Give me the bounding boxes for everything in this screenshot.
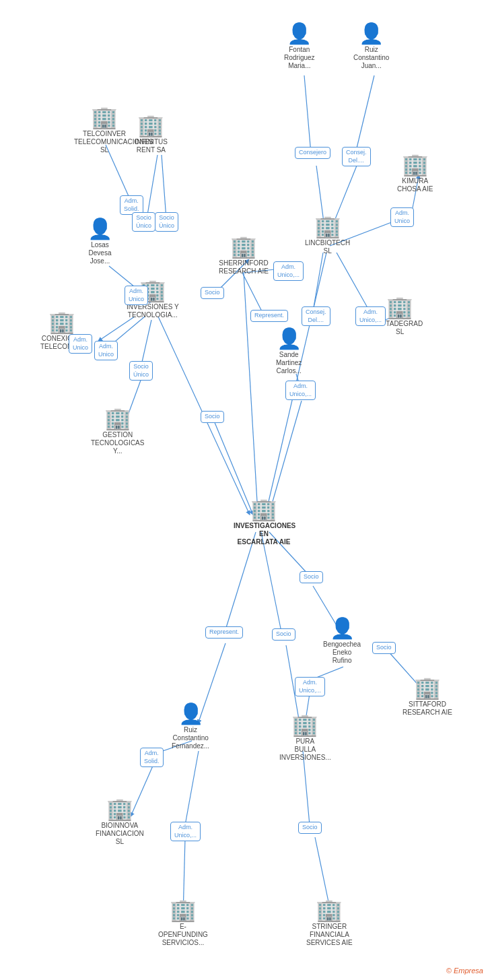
svg-line-1 <box>355 75 374 154</box>
building-icon-conexiona: 🏢 <box>48 311 75 333</box>
label-sherrinford: SHERRINFORD RESEARCH AIE <box>219 259 269 275</box>
badge-adm-unico-kimura[interactable]: Adm.Unico <box>390 207 414 227</box>
badge-represent-sher[interactable]: Represent. <box>250 310 288 322</box>
building-icon-kimura: 🏢 <box>402 154 429 175</box>
badge-socio-unico-1[interactable]: SocioÚnico <box>132 212 155 232</box>
node-sittaford: 🏢 SITTAFORD RESEARCH AIE <box>403 677 452 717</box>
label-sittaford: SITTAFORD RESEARCH AIE <box>403 700 452 717</box>
badge-socio-gestion[interactable]: Socio <box>201 411 224 423</box>
node-pura-bulla: 🏢 PURA BULLA INVERSIONES... <box>279 714 331 762</box>
node-bengoechea: 👤 Bengoechea Eneko Rufino <box>323 618 361 665</box>
node-stringer: 🏢 STRINGER FINANCIALA SERVICES AIE <box>306 899 353 947</box>
label-fontan: Fontan Rodriguez Maria... <box>284 46 315 70</box>
label-bioinnova: BIOINNOVA FINANCIACION SL <box>96 822 144 846</box>
svg-line-13 <box>141 320 151 365</box>
badge-consej-del-1[interactable]: Consej.Del.... <box>342 147 371 166</box>
badge-adm-solid-bio[interactable]: Adm.Solid. <box>140 748 164 767</box>
label-infinitus: INFINITUS RENT SA <box>135 138 168 154</box>
badge-adm-unico-cnx2[interactable]: Adm.Unico <box>94 341 118 360</box>
watermark-text: Empresa <box>454 967 483 975</box>
svg-line-24 <box>244 273 258 513</box>
label-gestion: GESTION TECNOLOGICAS Y... <box>91 431 144 455</box>
building-icon-pura-bulla: 🏢 <box>291 714 318 736</box>
badge-adm-unico-e-open[interactable]: Adm.Unico,... <box>170 822 201 841</box>
node-gestion: 🏢 GESTION TECNOLOGICAS Y... <box>91 407 144 455</box>
person-icon-losas: 👤 <box>88 219 112 239</box>
badge-socio-beng[interactable]: Socio <box>372 642 396 654</box>
label-ruiz-fern: Ruiz Constantino Fernandez... <box>172 726 209 750</box>
node-ruiz-const: 👤 Ruiz Constantino Juan... <box>353 24 389 70</box>
building-icon-main: 🏢 <box>250 498 277 520</box>
node-e-open: 🏢 E- OPENFUNDING SERVICIOS... <box>158 899 208 947</box>
building-icon-infinitus: 🏢 <box>137 115 164 136</box>
label-pura-bulla: PURA BULLA INVERSIONES... <box>279 738 331 762</box>
building-icon-gestion: 🏢 <box>104 407 131 429</box>
badge-adm-unico-inv[interactable]: Adm.Unico <box>125 286 148 305</box>
svg-line-16 <box>242 273 264 315</box>
svg-line-29 <box>261 532 281 632</box>
badge-consej-del-2[interactable]: Consej.Del.... <box>302 306 330 326</box>
label-main: INVESTIGACIONES EN ESCARLATA AIE <box>234 522 294 546</box>
svg-line-17 <box>313 253 323 311</box>
svg-line-23 <box>269 401 302 513</box>
person-icon-ruiz-const: 👤 <box>359 24 384 44</box>
diagram-container: 🏢 INVESTIGACIONES EN ESCARLATA AIE 🏢 TEL… <box>0 0 490 980</box>
building-icon-sittaford: 🏢 <box>414 677 441 698</box>
building-icon-stringer: 🏢 <box>316 899 343 921</box>
svg-line-39 <box>303 751 310 825</box>
label-kimura: KIMURA CHOSA AIE <box>397 177 433 193</box>
badge-socio-unico-2[interactable]: SocioÚnico <box>155 212 178 232</box>
building-icon-e-open: 🏢 <box>170 899 197 921</box>
node-sherrinford: 🏢 SHERRINFORD RESEARCH AIE <box>219 236 269 275</box>
badge-adm-unico-cnx[interactable]: Adm.Unico <box>69 334 92 354</box>
label-ruiz-const: Ruiz Constantino Juan... <box>353 46 389 70</box>
node-lincbiotech: 🏢 LINCBIOTECH SL <box>305 216 350 255</box>
badge-adm-unico-pura[interactable]: Adm.Unico,... <box>295 677 325 696</box>
svg-line-8 <box>162 155 166 219</box>
person-icon-bengoechea: 👤 <box>330 618 355 639</box>
svg-line-0 <box>304 75 311 154</box>
badge-socio-upper[interactable]: Socio <box>300 571 323 583</box>
badge-adm-unico-sande[interactable]: Adm.Unico,... <box>285 381 316 400</box>
node-sande: 👤 Sande Martinez Carlos... <box>276 329 302 375</box>
node-losas: 👤 Losas Devesa Jose... <box>88 219 112 265</box>
node-fontan: 👤 Fontan Rodriguez Maria... <box>284 24 315 70</box>
building-icon-telcoinver: 🏢 <box>91 106 118 128</box>
label-bengoechea: Bengoechea Eneko Rufino <box>323 641 361 665</box>
node-infinitus: 🏢 INFINITUS RENT SA <box>135 115 168 154</box>
badge-adm-unico-sher[interactable]: Adm.Unico,... <box>273 261 304 281</box>
node-telcoinver: 🏢 TELCOINVER TELECOMUNICACIONES SL <box>74 106 135 154</box>
node-bioinnova: 🏢 BIOINNOVA FINANCIACION SL <box>96 798 144 846</box>
badge-socio-stringer[interactable]: Socio <box>298 822 322 834</box>
svg-line-7 <box>147 155 158 219</box>
node-main: 🏢 INVESTIGACIONES EN ESCARLATA AIE <box>234 498 294 546</box>
node-kimura: 🏢 KIMURA CHOSA AIE <box>397 154 433 193</box>
badge-adm-unico-apt[interactable]: Adm.Unico,... <box>355 306 386 326</box>
watermark: © Empresa <box>446 967 483 975</box>
badge-represent-lower[interactable]: Represent. <box>205 626 243 639</box>
svg-line-11 <box>100 317 135 340</box>
building-icon-aptadegrad: 🏢 <box>386 296 413 318</box>
person-icon-ruiz-fern: 👤 <box>178 704 203 724</box>
label-losas: Losas Devesa Jose... <box>89 241 112 265</box>
badge-consejero[interactable]: Consejero <box>295 147 330 159</box>
badge-socio-unico-3[interactable]: SocioÚnico <box>129 361 153 381</box>
badge-socio-lower1[interactable]: Socio <box>272 628 295 641</box>
svg-line-18 <box>337 253 370 311</box>
building-icon-bioinnova: 🏢 <box>106 798 133 820</box>
person-icon-fontan: 👤 <box>287 24 312 44</box>
node-ruiz-fern: 👤 Ruiz Constantino Fernandez... <box>172 704 209 750</box>
svg-line-37 <box>185 751 199 825</box>
building-icon-sherrinford: 🏢 <box>230 236 257 257</box>
label-inversiones: INVERSIONES Y TECNOLOGIA... <box>127 303 179 319</box>
label-telcoinver: TELCOINVER TELECOMUNICACIONES SL <box>74 130 135 154</box>
building-icon-lincbiotech: 🏢 <box>314 216 341 237</box>
label-e-open: E- OPENFUNDING SERVICIOS... <box>158 923 208 947</box>
badge-socio-sher[interactable]: Socio <box>201 287 224 299</box>
person-icon-sande: 👤 <box>277 329 302 349</box>
label-sande: Sande Martinez Carlos... <box>276 351 302 375</box>
label-lincbiotech: LINCBIOTECH SL <box>305 239 350 255</box>
svg-line-28 <box>225 532 256 630</box>
label-stringer: STRINGER FINANCIALA SERVICES AIE <box>306 923 353 947</box>
